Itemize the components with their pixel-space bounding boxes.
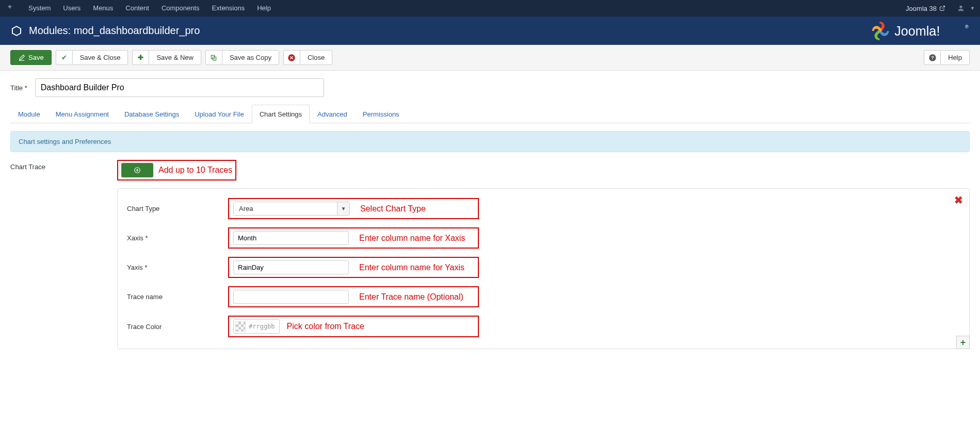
tab-bar: Module Menu Assignment Database Settings… bbox=[10, 105, 970, 123]
svg-text:?: ? bbox=[931, 55, 934, 60]
cancel-icon bbox=[283, 50, 300, 65]
svg-text:Joomla!: Joomla! bbox=[894, 24, 940, 38]
annotation-trace-color: #rrggbb Pick color from Trace bbox=[228, 316, 479, 337]
menu-users[interactable]: Users bbox=[57, 0, 87, 17]
save-close-button[interactable]: Save & Close bbox=[72, 50, 128, 65]
annotation-trace-name: Enter Trace name (Optional) bbox=[228, 286, 479, 307]
menu-menus[interactable]: Menus bbox=[87, 0, 119, 17]
caret-down-icon: ▼ bbox=[970, 6, 975, 11]
close-button[interactable]: Close bbox=[300, 50, 332, 65]
site-link[interactable]: Joomla 38 bbox=[899, 5, 952, 12]
plus-icon: ✚ bbox=[132, 50, 149, 65]
chevron-down-icon: ▼ bbox=[337, 202, 349, 215]
save-label: Save bbox=[28, 54, 44, 61]
help-icon: ? bbox=[924, 50, 940, 65]
title-row: Title * bbox=[10, 78, 970, 97]
info-box: Chart settings and Preferences bbox=[10, 131, 970, 152]
annotation-text: Enter column name for Xaxis bbox=[359, 234, 465, 243]
annotation-text: Pick color from Trace bbox=[287, 322, 364, 331]
site-name-label: Joomla 38 bbox=[906, 5, 937, 12]
content-area: Title * Module Menu Assignment Database … bbox=[0, 71, 980, 357]
xaxis-label: Xaxis * bbox=[127, 234, 228, 242]
annotation-text: Add up to 10 Traces bbox=[158, 166, 232, 175]
page-title: Modules: mod_dashboardbuilder_pro bbox=[29, 25, 872, 37]
annotation-xaxis: Enter column name for Xaxis bbox=[228, 227, 479, 249]
annotation-add-traces: Add up to 10 Traces bbox=[117, 160, 236, 181]
trace-panel: ✖ Chart Type Area ▼ Select Chart Type Xa… bbox=[117, 188, 970, 349]
external-link-icon bbox=[939, 5, 945, 11]
annotation-text: Select Chart Type bbox=[360, 204, 426, 214]
close-icon: ✖ bbox=[954, 194, 963, 206]
trace-color-label: Trace Color bbox=[127, 323, 228, 331]
chart-type-value: Area bbox=[234, 202, 337, 215]
trace-name-input[interactable] bbox=[233, 290, 349, 304]
annotation-text: Enter Trace name (Optional) bbox=[359, 292, 463, 302]
joomla-logo: Joomla! ® bbox=[872, 22, 970, 40]
help-button[interactable]: Help bbox=[940, 50, 970, 65]
add-trace-button[interactable] bbox=[121, 163, 153, 177]
tab-menu-assignment[interactable]: Menu Assignment bbox=[48, 105, 117, 123]
svg-text:®: ® bbox=[965, 24, 969, 29]
title-input[interactable] bbox=[35, 78, 324, 97]
joomla-icon bbox=[5, 4, 22, 13]
xaxis-input[interactable] bbox=[233, 231, 349, 245]
menu-extensions[interactable]: Extensions bbox=[206, 0, 251, 17]
copy-icon bbox=[205, 50, 222, 65]
menu-content[interactable]: Content bbox=[119, 0, 155, 17]
chart-trace-label: Chart Trace bbox=[10, 160, 117, 171]
chart-type-label: Chart Type bbox=[127, 205, 228, 212]
tab-chart-settings[interactable]: Chart Settings bbox=[252, 105, 310, 123]
remove-trace-button[interactable]: ✖ bbox=[954, 194, 963, 206]
title-label: Title * bbox=[10, 84, 27, 92]
admin-top-bar: System Users Menus Content Components Ex… bbox=[0, 0, 980, 17]
chart-type-select[interactable]: Area ▼ bbox=[233, 202, 350, 216]
user-menu-icon[interactable] bbox=[952, 4, 970, 12]
save-button[interactable]: Save bbox=[10, 50, 52, 65]
menu-components[interactable]: Components bbox=[155, 0, 206, 17]
yaxis-label: Yaxis * bbox=[127, 264, 228, 271]
trace-name-label: Trace name bbox=[127, 293, 228, 301]
action-toolbar: Save ✔ Save & Close ✚ Save & New Save as… bbox=[0, 45, 980, 71]
save-new-button[interactable]: Save & New bbox=[149, 50, 201, 65]
tab-database-settings[interactable]: Database Settings bbox=[117, 105, 187, 123]
page-header: Modules: mod_dashboardbuilder_pro Joomla… bbox=[0, 17, 980, 45]
checker-icon bbox=[235, 321, 246, 332]
yaxis-input[interactable] bbox=[233, 260, 349, 274]
menu-system[interactable]: System bbox=[22, 0, 57, 17]
cube-icon bbox=[10, 25, 29, 37]
tab-module[interactable]: Module bbox=[10, 105, 48, 123]
color-placeholder: #rrggbb bbox=[249, 323, 275, 330]
tab-upload-file[interactable]: Upload Your File bbox=[187, 105, 251, 123]
annotation-yaxis: Enter column name for Yaxis bbox=[228, 257, 479, 278]
check-icon: ✔ bbox=[56, 50, 72, 65]
circle-plus-icon bbox=[134, 167, 141, 174]
annotation-text: Enter column name for Yaxis bbox=[359, 263, 464, 272]
plus-icon: + bbox=[960, 337, 966, 348]
annotation-chart-type: Area ▼ Select Chart Type bbox=[228, 198, 479, 219]
svg-point-0 bbox=[959, 6, 962, 8]
menu-help[interactable]: Help bbox=[251, 0, 277, 17]
tab-permissions[interactable]: Permissions bbox=[355, 105, 407, 123]
tab-advanced[interactable]: Advanced bbox=[310, 105, 355, 123]
add-another-trace-button[interactable]: + bbox=[956, 336, 970, 349]
trace-color-input[interactable]: #rrggbb bbox=[233, 319, 280, 334]
save-copy-button[interactable]: Save as Copy bbox=[222, 50, 279, 65]
apply-icon bbox=[18, 54, 25, 61]
chart-trace-row: Chart Trace Add up to 10 Traces bbox=[10, 160, 970, 181]
